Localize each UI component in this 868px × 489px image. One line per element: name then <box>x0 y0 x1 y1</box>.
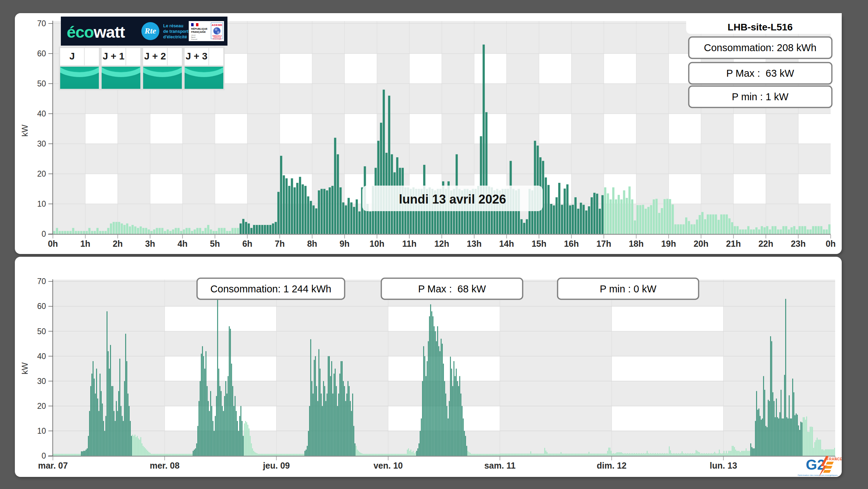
svg-text:10: 10 <box>37 199 46 208</box>
svg-text:40: 40 <box>37 109 46 118</box>
svg-text:70: 70 <box>37 19 46 28</box>
svg-text:P min : 1 kW: P min : 1 kW <box>732 91 788 102</box>
svg-text:50: 50 <box>37 327 46 336</box>
svg-text:30: 30 <box>37 377 46 386</box>
svg-text:9h: 9h <box>339 239 349 248</box>
svg-text:18h: 18h <box>629 239 644 248</box>
svg-text:0: 0 <box>41 229 46 238</box>
svg-text:mer. 08: mer. 08 <box>150 461 179 470</box>
svg-text:30: 30 <box>37 139 46 148</box>
svg-text:12h: 12h <box>434 239 449 248</box>
svg-text:dim. 12: dim. 12 <box>597 461 626 470</box>
svg-text:50: 50 <box>37 79 46 88</box>
svg-text:60: 60 <box>37 302 46 311</box>
svg-text:70: 70 <box>37 277 46 286</box>
svg-text:mar. 07: mar. 07 <box>38 461 68 470</box>
svg-text:lun. 13: lun. 13 <box>710 461 737 470</box>
svg-text:10h: 10h <box>370 239 384 248</box>
svg-text:kW: kW <box>20 124 29 137</box>
svg-text:19h: 19h <box>661 239 676 248</box>
svg-text:4h: 4h <box>177 239 187 248</box>
svg-text:20: 20 <box>37 402 46 411</box>
svg-text:10: 10 <box>37 426 46 435</box>
svg-text:23h: 23h <box>791 239 806 248</box>
svg-text:P Max : 63 kW: P Max : 63 kW <box>726 68 794 79</box>
svg-text:P Max : 68 kW: P Max : 68 kW <box>418 283 486 294</box>
svg-text:1h: 1h <box>80 239 90 248</box>
svg-text:13h: 13h <box>467 239 482 248</box>
svg-text:LHB-site-L516: LHB-site-L516 <box>728 22 793 32</box>
svg-text:sam. 11: sam. 11 <box>484 461 515 470</box>
svg-text:0: 0 <box>41 451 46 460</box>
svg-text:16h: 16h <box>564 239 579 248</box>
svg-text:6h: 6h <box>242 239 252 248</box>
svg-text:22h: 22h <box>758 239 773 248</box>
svg-text:jeu. 09: jeu. 09 <box>263 461 290 470</box>
svg-text:8h: 8h <box>307 239 317 248</box>
svg-text:14h: 14h <box>499 239 514 248</box>
svg-text:3h: 3h <box>145 239 155 248</box>
svg-text:20h: 20h <box>693 239 708 248</box>
svg-text:ven. 10: ven. 10 <box>373 461 403 470</box>
svg-text:Optimisation des ressources én: Optimisation des ressources énergétiques <box>797 474 838 476</box>
svg-text:Consommation: 1 244 kWh: Consommation: 1 244 kWh <box>211 283 332 294</box>
svg-text:60: 60 <box>37 49 46 58</box>
svg-text:lundi 13 avril 2026: lundi 13 avril 2026 <box>399 192 506 206</box>
svg-text:kW: kW <box>20 362 29 374</box>
svg-text:2h: 2h <box>113 239 123 248</box>
svg-text:0h: 0h <box>48 239 58 248</box>
svg-text:Consommation: 208 kWh: Consommation: 208 kWh <box>704 42 816 53</box>
svg-text:FRANCE: FRANCE <box>827 457 842 461</box>
svg-text:21h: 21h <box>726 239 741 248</box>
svg-text:5h: 5h <box>210 239 220 248</box>
svg-text:40: 40 <box>37 352 46 361</box>
svg-text:15h: 15h <box>532 239 547 248</box>
svg-text:11h: 11h <box>402 239 417 248</box>
svg-text:P min : 0 kW: P min : 0 kW <box>600 283 656 294</box>
svg-text:7h: 7h <box>275 239 285 248</box>
svg-text:20: 20 <box>37 169 46 178</box>
svg-text:0h: 0h <box>825 239 836 248</box>
svg-text:17h: 17h <box>596 239 611 248</box>
